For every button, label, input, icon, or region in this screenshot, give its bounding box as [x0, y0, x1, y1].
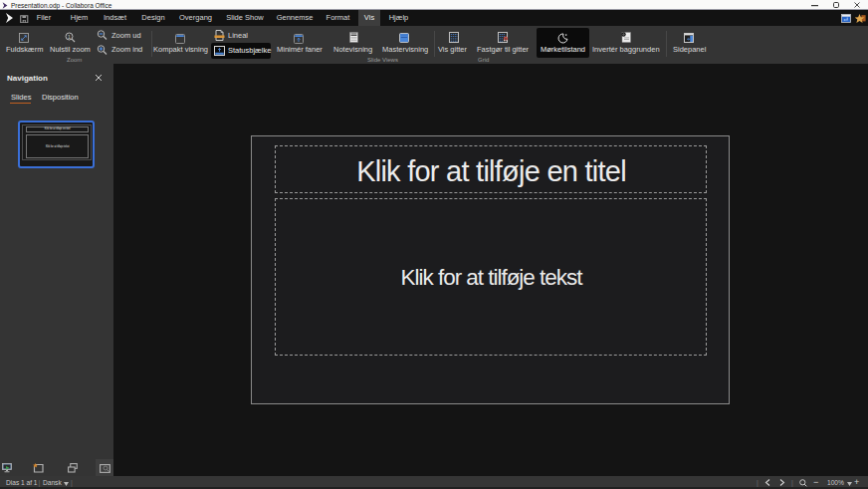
svg-text:1: 1 — [68, 34, 72, 40]
